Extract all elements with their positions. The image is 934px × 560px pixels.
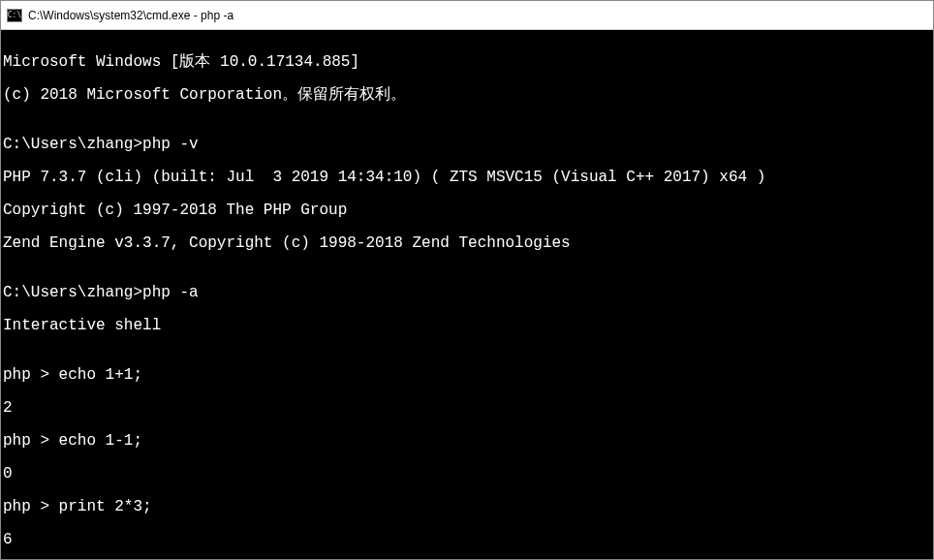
terminal-line: Zend Engine v3.3.7, Copyright (c) 1998-2… [3, 235, 931, 252]
cmd-icon: C:\ [7, 9, 22, 22]
terminal-line: php > echo 1+1; [3, 367, 931, 384]
terminal-line: C:\Users\zhang>php -a [3, 285, 931, 301]
window-titlebar[interactable]: C:\ C:\Windows\system32\cmd.exe - php -a [1, 1, 933, 30]
terminal-line: (c) 2018 Microsoft Corporation。保留所有权利。 [3, 87, 931, 104]
terminal-line: Copyright (c) 1997-2018 The PHP Group [3, 202, 931, 219]
terminal-line: PHP 7.3.7 (cli) (built: Jul 3 2019 14:34… [3, 170, 931, 186]
terminal-area[interactable]: Microsoft Windows [版本 10.0.17134.885] (c… [1, 30, 933, 559]
terminal-line: Microsoft Windows [版本 10.0.17134.885] [3, 54, 931, 71]
terminal-line: Interactive shell [3, 318, 931, 334]
terminal-line: C:\Users\zhang>php -v [3, 137, 931, 153]
terminal-line: 0 [3, 466, 931, 482]
window-title: C:\Windows\system32\cmd.exe - php -a [28, 9, 234, 22]
terminal-line: php > echo 1-1; [3, 433, 931, 450]
terminal-line: 2 [3, 400, 931, 417]
terminal-line: php > print 2*3; [3, 499, 931, 515]
terminal-line: 6 [3, 532, 931, 548]
